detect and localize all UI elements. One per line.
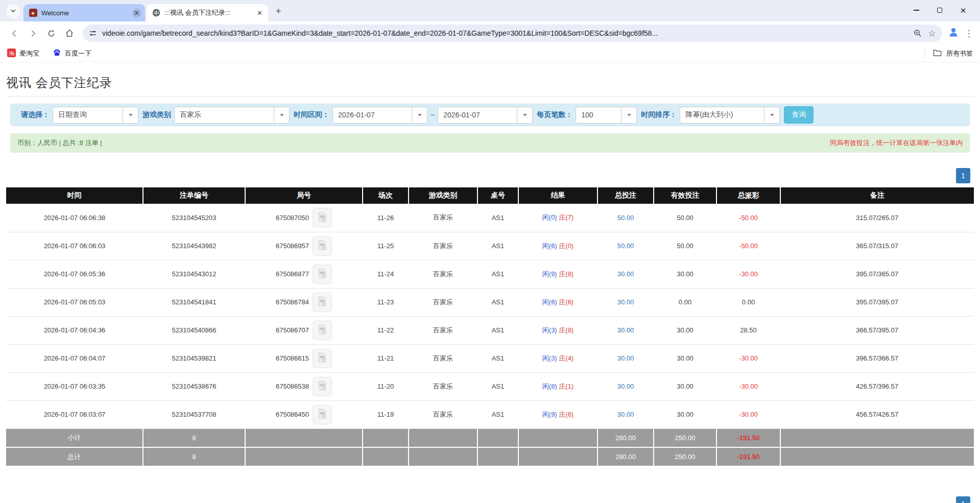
- close-tab-icon[interactable]: ✕: [255, 9, 264, 17]
- cell-result: 闲(8) 庄(1): [518, 372, 597, 400]
- video-replay-button[interactable]: [313, 349, 332, 368]
- window-controls: ✕: [904, 0, 975, 20]
- total-bet-link[interactable]: 30.00: [617, 354, 634, 362]
- video-replay-button[interactable]: [313, 405, 332, 424]
- cell-round-id: 675086615: [245, 344, 363, 372]
- taobao-icon: 淘: [7, 49, 16, 59]
- chevron-down-icon[interactable]: [621, 107, 636, 123]
- home-button[interactable]: [61, 25, 78, 41]
- url-bar[interactable]: videoie.com/game/betrecord_search/kind3?…: [83, 25, 942, 42]
- cell-time: 2026-01-07 06:06:03: [6, 232, 143, 260]
- video-icon: [317, 296, 328, 308]
- back-button[interactable]: [6, 25, 22, 41]
- round-number: 675086615: [276, 354, 309, 362]
- close-tab-icon[interactable]: ✕: [132, 9, 141, 17]
- tab-title: Welcome: [41, 9, 128, 17]
- search-button[interactable]: 查询: [784, 106, 814, 124]
- cell-note: 396.57/366.57: [780, 344, 974, 372]
- site-info-icon[interactable]: [89, 29, 97, 37]
- per-page-input[interactable]: 100: [576, 107, 637, 124]
- cell-total-bet: 30.00: [597, 344, 654, 372]
- table-row: 2026-01-07 06:05:03523104541841675086784…: [6, 288, 974, 316]
- page-1-button[interactable]: 1: [956, 168, 970, 183]
- cell-valid-bet: 50.00: [654, 232, 716, 260]
- chevron-down-icon[interactable]: [764, 107, 779, 123]
- total-bet-link[interactable]: 30.00: [617, 326, 634, 334]
- zoom-icon[interactable]: [911, 26, 925, 40]
- video-replay-button[interactable]: [313, 293, 332, 312]
- header-cell: 总投注: [597, 187, 654, 204]
- video-replay-button[interactable]: [313, 236, 332, 256]
- cell-session: 11-23: [363, 288, 409, 316]
- cell-valid-bet: 30.00: [654, 344, 716, 372]
- summary-cell: -191.50: [716, 447, 780, 466]
- query-type-select[interactable]: 日期查询: [53, 107, 138, 124]
- bookmark-aitaobao[interactable]: 淘 爱淘宝: [7, 49, 39, 59]
- cell-round-id: 675087050: [245, 204, 363, 232]
- cell-round-id: 675086784: [245, 288, 363, 316]
- welcome-favicon-icon: ♣: [29, 9, 37, 17]
- profile-avatar[interactable]: [947, 26, 960, 40]
- bookmark-baidu[interactable]: 百度一下: [53, 49, 91, 59]
- url-text[interactable]: videoie.com/game/betrecord_search/kind3?…: [102, 29, 911, 37]
- round-number: 675086957: [276, 242, 309, 250]
- page-1-button[interactable]: 1: [956, 496, 970, 503]
- summary-cell: 250.00: [654, 447, 716, 466]
- maximize-button[interactable]: [928, 0, 951, 20]
- total-bet-link[interactable]: 30.00: [617, 411, 634, 418]
- cell-total-bet: 50.00: [597, 232, 654, 260]
- video-replay-button[interactable]: [313, 321, 332, 340]
- summary-cell: 250.00: [654, 428, 716, 447]
- header-cell: 时间: [6, 187, 143, 204]
- video-icon: [317, 352, 328, 365]
- cell-table: AS1: [477, 260, 518, 288]
- cell-round-id: 675086450: [245, 400, 363, 428]
- close-window-button[interactable]: ✕: [951, 0, 975, 20]
- video-replay-button[interactable]: [313, 377, 332, 396]
- valid-bet-notice-text: 同局有效投注，统一计算在该局第一张注单内: [830, 138, 963, 148]
- chevron-down-icon[interactable]: [412, 107, 427, 123]
- total-bet-link[interactable]: 30.00: [617, 298, 634, 306]
- new-tab-button[interactable]: +: [271, 4, 285, 18]
- round-number: 675086538: [276, 382, 309, 390]
- minimize-button[interactable]: [904, 0, 928, 20]
- subtotal-row: 小计8280.00250.00-191.50: [6, 428, 974, 447]
- chevron-down-icon[interactable]: [517, 107, 532, 123]
- game-kind-select[interactable]: 百家乐: [174, 107, 290, 124]
- all-bookmarks-label[interactable]: 所有书签: [946, 49, 973, 58]
- cell-result: 闲(3) 庄(4): [518, 344, 597, 372]
- video-replay-button[interactable]: [313, 208, 332, 227]
- browser-menu-icon[interactable]: ⋮: [963, 28, 975, 39]
- result-banker: 庄(6): [559, 298, 573, 306]
- total-bet-link[interactable]: 30.00: [617, 270, 634, 278]
- summary-cell: [363, 447, 409, 466]
- cell-table: AS1: [477, 232, 518, 260]
- tab-betrecord[interactable]: :::视讯 会员下注纪录::: ✕: [147, 4, 268, 21]
- video-replay-button[interactable]: [313, 265, 332, 284]
- round-number: 675087050: [276, 214, 309, 222]
- total-bet-link[interactable]: 50.00: [617, 242, 634, 250]
- reload-button[interactable]: [43, 25, 59, 41]
- chevron-down-icon[interactable]: [274, 107, 289, 123]
- currency-summary-text: 币别：人民币 | 总共 :8 注单 |: [17, 138, 102, 148]
- chevron-down-icon[interactable]: [123, 107, 138, 123]
- forward-button[interactable]: [25, 25, 41, 41]
- cell-payout: 28.50: [716, 316, 780, 344]
- cell-bet-id: 523104537708: [143, 400, 245, 428]
- browser-chrome: ♣ Welcome ✕ :::视讯 会员下注纪录::: ✕ + ✕: [0, 0, 980, 62]
- total-bet-link[interactable]: 50.00: [617, 214, 634, 222]
- time-sort-select[interactable]: 降幂(由大到小): [680, 107, 780, 124]
- total-bet-link[interactable]: 30.00: [617, 382, 634, 390]
- tab-search-button[interactable]: [6, 4, 20, 18]
- table-body: 2026-01-07 06:06:38523104545203675087050…: [6, 204, 974, 466]
- result-player: 闲(3): [542, 354, 557, 362]
- bookmark-star-icon[interactable]: ☆: [925, 26, 939, 40]
- date-end-input[interactable]: 2026-01-07: [438, 107, 533, 124]
- per-page-label: 每页笔数：: [537, 110, 572, 119]
- bookmark-label: 百度一下: [65, 49, 91, 58]
- tab-welcome[interactable]: ♣ Welcome ✕: [23, 4, 145, 21]
- cell-table: AS1: [477, 316, 518, 344]
- cell-session: 11-24: [363, 260, 409, 288]
- round-number: 675086450: [276, 411, 309, 418]
- date-start-input[interactable]: 2026-01-07: [332, 107, 427, 124]
